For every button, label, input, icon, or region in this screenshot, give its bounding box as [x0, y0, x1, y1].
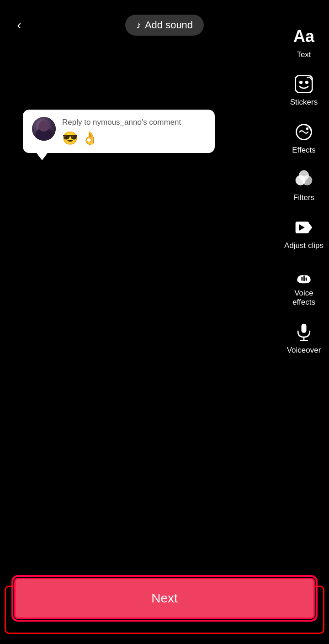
add-sound-label: Add sound — [145, 19, 193, 31]
text-icon: Aa — [292, 25, 316, 48]
toolbar-item-voiceover[interactable]: Voiceover — [279, 314, 329, 361]
next-button-wrapper: Next — [5, 586, 324, 634]
svg-point-4 — [306, 127, 309, 130]
voiceover-icon — [292, 320, 316, 344]
stickers-icon — [292, 72, 316, 96]
svg-point-2 — [305, 81, 308, 84]
adjust-clips-icon — [292, 216, 316, 239]
adjust-clips-label: Adjust clips — [284, 241, 324, 250]
svg-rect-0 — [296, 76, 313, 93]
back-icon: ‹ — [17, 18, 21, 32]
toolbar-item-adjust-clips[interactable]: Adjust clips — [279, 209, 329, 257]
svg-rect-15 — [302, 323, 307, 333]
next-button[interactable]: Next — [14, 578, 315, 619]
next-label: Next — [151, 591, 178, 605]
voice-effects-icon — [292, 263, 316, 287]
effects-label: Effects — [292, 146, 316, 155]
stickers-label: Stickers — [290, 98, 318, 107]
text-label: Text — [297, 50, 311, 59]
voiceover-label: Voiceover — [287, 346, 321, 355]
toolbar-item-text[interactable]: Aa Text — [279, 18, 329, 66]
toolbar-item-filters[interactable]: Filters — [279, 161, 329, 209]
filters-label: Filters — [293, 193, 314, 202]
filters-icon — [292, 168, 316, 191]
comment-bubble: Reply to nymous_anno's comment 😎 👌 — [23, 110, 215, 153]
svg-rect-14 — [306, 277, 307, 280]
comment-reply-text: Reply to nymous_anno's comment — [62, 117, 206, 128]
comment-text-area: Reply to nymous_anno's comment 😎 👌 — [62, 117, 206, 146]
toolbar-item-effects[interactable]: Effects — [279, 114, 329, 161]
svg-rect-10 — [309, 226, 311, 229]
svg-point-1 — [299, 81, 302, 84]
voice-effects-label: Voiceeffects — [292, 289, 315, 307]
comment-emojis: 😎 👌 — [62, 131, 206, 146]
toolbar-item-stickers[interactable]: Stickers — [279, 66, 329, 113]
svg-point-7 — [299, 170, 309, 180]
back-button[interactable]: ‹ — [9, 15, 29, 35]
effects-icon — [292, 120, 316, 144]
music-icon: ♪ — [136, 19, 141, 31]
svg-rect-12 — [302, 277, 303, 281]
toolbar-item-voice-effects[interactable]: Voiceeffects — [279, 257, 329, 314]
right-toolbar: Aa Text Stickers Effects — [279, 18, 329, 361]
svg-rect-13 — [303, 275, 305, 281]
add-sound-button[interactable]: ♪ Add sound — [125, 15, 204, 36]
avatar — [32, 117, 56, 141]
